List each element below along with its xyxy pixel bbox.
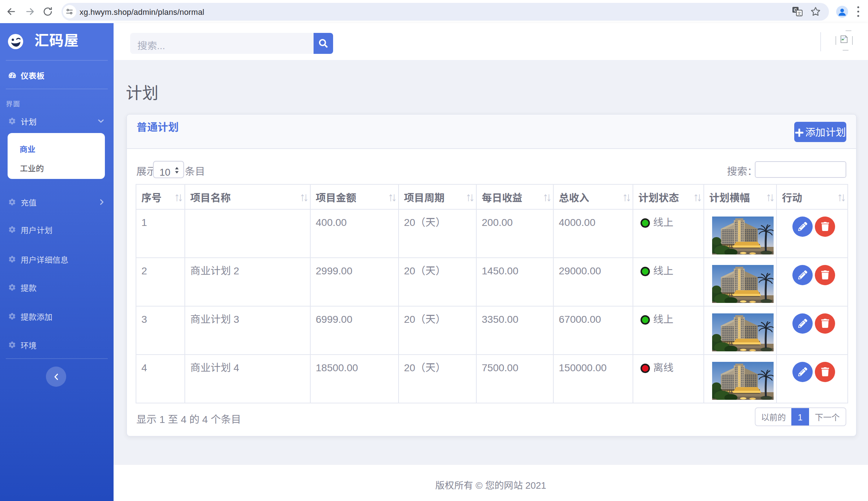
svg-text:文: 文 <box>797 10 801 16</box>
